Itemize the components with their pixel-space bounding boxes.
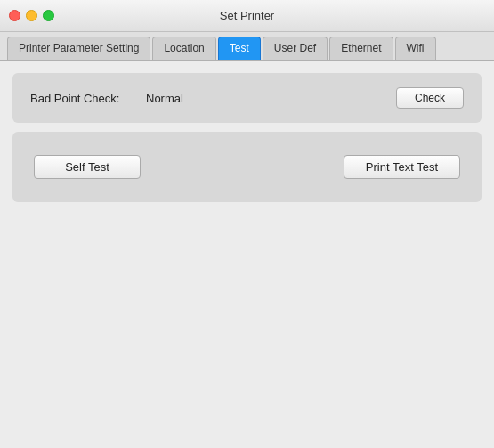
bad-point-row: Bad Point Check: Normal Check — [30, 87, 464, 109]
bad-point-section: Bad Point Check: Normal Check — [12, 73, 482, 123]
tab-location[interactable]: Location — [152, 37, 215, 60]
bad-point-value: Normal — [137, 92, 396, 105]
tab-ethernet[interactable]: Ethernet — [329, 37, 393, 60]
traffic-lights — [9, 10, 54, 21]
self-test-button[interactable]: Self Test — [34, 155, 141, 179]
minimize-button[interactable] — [26, 10, 37, 21]
tab-test[interactable]: Test — [218, 37, 261, 60]
close-button[interactable] — [9, 10, 20, 21]
maximize-button[interactable] — [43, 10, 54, 21]
print-text-test-button[interactable]: Print Text Test — [344, 155, 460, 179]
test-buttons-section: Self Test Print Text Test — [12, 132, 482, 202]
tab-printer-parameter-setting[interactable]: Printer Parameter Setting — [7, 37, 150, 60]
title-bar: Set Printer — [0, 0, 494, 32]
check-button[interactable]: Check — [396, 87, 464, 109]
tab-user-def[interactable]: User Def — [263, 37, 328, 60]
tab-wifi[interactable]: Wifi — [395, 37, 436, 60]
tab-bar: Printer Parameter Setting Location Test … — [0, 32, 494, 61]
bad-point-label: Bad Point Check: — [30, 92, 137, 105]
test-buttons-row: Self Test Print Text Test — [30, 146, 464, 188]
window-title: Set Printer — [220, 9, 274, 22]
content-area: Bad Point Check: Normal Check Self Test … — [0, 61, 494, 215]
